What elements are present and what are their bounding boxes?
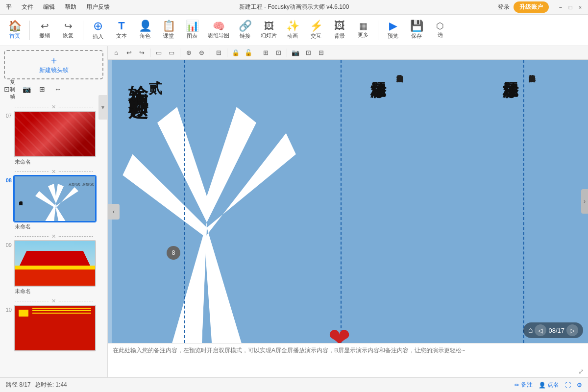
canvas-lock-btn[interactable]: 🔒 bbox=[230, 48, 241, 58]
content-col-1[interactable]: 添加标题 点击此处添加文本内容点击此处添加文本内容点击此处添加文本内容 bbox=[368, 70, 406, 76]
toolbar-bg-label: 背景 bbox=[334, 32, 345, 40]
sidebar-collapse-button[interactable]: ‹ bbox=[108, 204, 120, 220]
slide-thumb-8[interactable]: 贰输入你的标题 点击此处 点击此处 bbox=[14, 175, 96, 222]
new-frame-button[interactable]: ＋ 新建镜头帧 bbox=[4, 50, 103, 79]
copy-frame-button[interactable]: ⊡ 复制帧 bbox=[4, 83, 18, 95]
main-title-text[interactable]: 贰 输入你的标题 bbox=[127, 70, 162, 87]
slide-separator-10: ✕ bbox=[2, 297, 105, 305]
toolbar-more[interactable]: ▦ 更多 bbox=[352, 20, 374, 41]
attend-button[interactable]: 👤 点名 bbox=[539, 381, 559, 389]
fullscreen-button[interactable]: ⛶ bbox=[565, 382, 571, 389]
svg-rect-9 bbox=[108, 60, 112, 343]
link-icon: 🔗 bbox=[239, 21, 252, 31]
canvas-main[interactable]: 贰 输入你的标题 8 ❤ 添加标题 点击此处添加文本内容点击此处添加文本内容点击… bbox=[108, 60, 588, 343]
minimize-button[interactable]: − bbox=[557, 3, 564, 11]
menu-file[interactable]: 文件 bbox=[20, 2, 35, 12]
svg-text:点击此处: 点击此处 bbox=[69, 183, 80, 186]
insert-icon: ⊕ bbox=[93, 20, 103, 32]
slide-label-9: 未命名 bbox=[14, 288, 105, 295]
content-col-2[interactable]: 添加标题 点击此处添加文本内容点击此处添加文本内容点击此处添加文本内容 bbox=[500, 70, 538, 76]
toolbar-redo[interactable]: ↪ 恢复 bbox=[57, 19, 79, 41]
toolbar-chart[interactable]: 📊 图表 bbox=[181, 19, 203, 42]
slide-thumb-10[interactable] bbox=[14, 305, 96, 351]
canvas-frame-btn[interactable]: ▭ bbox=[153, 48, 164, 58]
canvas-frame2-btn[interactable]: ▭ bbox=[166, 48, 177, 58]
note-button[interactable]: ✏ 备注 bbox=[514, 381, 533, 389]
settings-button[interactable]: ⚙ bbox=[577, 382, 582, 389]
slide-item-8[interactable]: 08 贰输入你的标题 点击此处 点击此 bbox=[2, 175, 105, 230]
canvas-unlock-btn[interactable]: 🔓 bbox=[243, 48, 254, 58]
upgrade-button[interactable]: 升级账户 bbox=[514, 1, 549, 13]
toolbar-role[interactable]: 👤 角色 bbox=[134, 19, 156, 42]
toolbar-anim[interactable]: ✨ 动画 bbox=[282, 19, 303, 42]
canvas-zoomout-btn[interactable]: ⊖ bbox=[196, 48, 207, 58]
page-nav-count: 08/17 bbox=[548, 327, 564, 334]
canvas-align-btn[interactable]: ⊟ bbox=[213, 48, 224, 58]
menu-feedback[interactable]: 用户反馈 bbox=[84, 2, 112, 12]
attend-label: 点名 bbox=[547, 381, 559, 389]
canvas-export-btn[interactable]: ⊡ bbox=[303, 48, 314, 58]
toolbar-preview[interactable]: ▶ 预览 bbox=[382, 19, 404, 42]
toolbar-insert[interactable]: ⊕ 插入 bbox=[87, 18, 109, 42]
slide-item-10[interactable]: 10 bbox=[2, 305, 105, 352]
toolbar-class[interactable]: 📋 课堂 bbox=[158, 19, 179, 42]
toolbar-home[interactable]: 🏠 首页 bbox=[4, 19, 25, 42]
toolbar-slide[interactable]: 🖼 幻灯片 bbox=[258, 19, 280, 41]
slide-item-9[interactable]: 09 bbox=[2, 240, 105, 295]
canvas-sep-1 bbox=[150, 49, 150, 57]
class-icon: 📋 bbox=[162, 21, 175, 31]
swap-icon: ↔ bbox=[54, 85, 61, 93]
toolbar-bg[interactable]: 🖼 背景 bbox=[329, 19, 350, 42]
canvas-zoomin-btn[interactable]: ⊕ bbox=[183, 48, 194, 58]
undo-icon: ↩ bbox=[41, 21, 49, 31]
camera-button[interactable]: 📷 bbox=[20, 83, 33, 95]
settings-icon: ⚙ bbox=[577, 382, 582, 389]
toolbar-undo[interactable]: ↩ 撤销 bbox=[34, 19, 55, 41]
page-nav-prev-btn[interactable]: ◁ bbox=[535, 324, 546, 336]
canvas-photo-btn[interactable]: 📷 bbox=[290, 48, 301, 58]
toolbar-select-label: 选 bbox=[438, 31, 443, 39]
slide-thumb-wrap-10 bbox=[14, 305, 105, 352]
toolbar-text[interactable]: T 文本 bbox=[111, 19, 132, 42]
slide-thumb-wrap-8: 贰输入你的标题 点击此处 点击此处 未命名 bbox=[14, 175, 105, 230]
sidebar-scroll-arrow[interactable]: ▼ bbox=[98, 95, 107, 120]
heart-shape[interactable]: ❤ bbox=[328, 324, 358, 343]
sidebar-top: ＋ 新建镜头帧 ▼ ⊡ 复制帧 📷 ⊞ ↔ bbox=[0, 46, 107, 101]
toolbar-slide-label: 幻灯片 bbox=[261, 32, 277, 39]
right-collapse-button[interactable]: › bbox=[581, 189, 588, 214]
canvas-sep-2 bbox=[180, 49, 180, 57]
close-button[interactable]: × bbox=[576, 3, 584, 11]
toolbar-mindmap-label: 思维导图 bbox=[208, 32, 229, 39]
canvas-snap-btn[interactable]: ⊡ bbox=[273, 48, 284, 58]
canvas-redo-btn[interactable]: ↪ bbox=[136, 48, 147, 58]
canvas-more2-btn[interactable]: ⊟ bbox=[316, 48, 326, 58]
slide-icon: 🖼 bbox=[264, 21, 274, 31]
toolbar-interact[interactable]: ⚡ 交互 bbox=[305, 19, 327, 42]
more-icon: ▦ bbox=[359, 22, 368, 30]
login-button[interactable]: 登录 bbox=[498, 3, 510, 11]
notes-expand-button[interactable]: ⤢ bbox=[578, 368, 584, 375]
slide-thumb-7[interactable] bbox=[14, 111, 96, 157]
toolbar-link[interactable]: 🔗 链接 bbox=[234, 19, 256, 42]
toolbar-more-label: 更多 bbox=[358, 31, 368, 39]
notes-textarea[interactable] bbox=[113, 346, 583, 374]
toolbar-save[interactable]: 💾 保存 bbox=[406, 19, 427, 42]
canvas-undo-btn[interactable]: ↩ bbox=[123, 48, 134, 58]
canvas-home-btn[interactable]: ⌂ bbox=[111, 48, 122, 58]
slide-number-8: 08 bbox=[2, 175, 12, 183]
menu-ping[interactable]: 平 bbox=[4, 2, 14, 12]
expand-button[interactable]: ⊞ bbox=[35, 83, 49, 95]
page-nav-next-btn[interactable]: ▷ bbox=[566, 324, 578, 336]
slide-thumb-9[interactable] bbox=[14, 240, 96, 287]
toolbar-select[interactable]: ⬡ 选 bbox=[429, 20, 451, 41]
toolbar-mindmap[interactable]: 🧠 思维导图 bbox=[205, 19, 232, 41]
slide-item-7[interactable]: 07 未命名 bbox=[2, 111, 105, 166]
page-nav-home-btn[interactable]: ⌂ bbox=[528, 326, 533, 335]
canvas-grid-btn[interactable]: ⊞ bbox=[260, 48, 271, 58]
menu-edit[interactable]: 编辑 bbox=[41, 2, 57, 12]
dashed-line-right bbox=[523, 60, 524, 343]
toolbar-divider-1 bbox=[29, 21, 30, 40]
maximize-button[interactable]: □ bbox=[566, 3, 574, 11]
swap-button[interactable]: ↔ bbox=[51, 83, 65, 95]
menu-help[interactable]: 帮助 bbox=[63, 2, 78, 12]
